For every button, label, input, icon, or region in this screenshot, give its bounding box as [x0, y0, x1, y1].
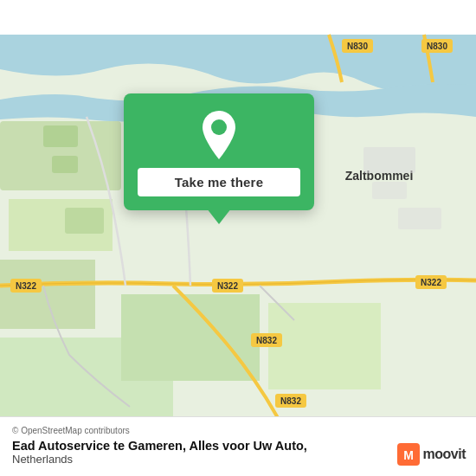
svg-rect-6 — [268, 303, 381, 389]
svg-text:N832: N832 — [280, 396, 301, 406]
svg-text:N322: N322 — [421, 278, 441, 287]
svg-rect-5 — [121, 294, 260, 381]
svg-rect-24 — [372, 182, 407, 199]
map-container: N830 N830 N322 N322 N322 N832 N832 Zaltb… — [0, 0, 476, 476]
svg-text:N322: N322 — [16, 281, 36, 291]
svg-text:M: M — [403, 448, 414, 462]
svg-text:N830: N830 — [427, 42, 447, 51]
svg-rect-28 — [65, 208, 104, 234]
svg-rect-26 — [43, 125, 78, 147]
map-attribution: © OpenStreetMap contributors — [12, 426, 464, 435]
map-svg: N830 N830 N322 N322 N322 N832 N832 Zaltb… — [0, 0, 476, 476]
popup-card: Take me there — [124, 93, 314, 210]
info-bar: © OpenStreetMap contributors Ead Autoser… — [0, 416, 476, 476]
svg-text:N322: N322 — [217, 281, 238, 291]
moovit-icon: M — [397, 443, 420, 466]
take-me-there-button[interactable]: Take me there — [138, 168, 300, 196]
svg-point-29 — [211, 119, 227, 135]
svg-rect-25 — [398, 208, 441, 229]
moovit-logo: M moovit — [397, 443, 466, 466]
svg-rect-27 — [52, 156, 78, 173]
svg-text:N832: N832 — [256, 336, 277, 345]
location-pin-icon — [198, 111, 240, 159]
svg-rect-3 — [0, 260, 95, 329]
svg-rect-23 — [363, 147, 415, 173]
moovit-text: moovit — [423, 447, 466, 462]
svg-text:N830: N830 — [347, 42, 368, 51]
